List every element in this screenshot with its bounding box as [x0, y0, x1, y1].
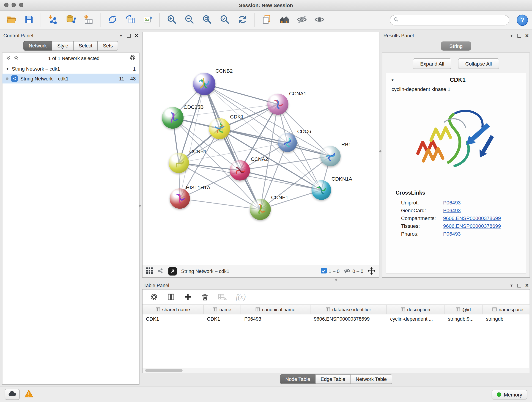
add-column-plus-icon[interactable] [184, 293, 192, 301]
import-network-file-button[interactable] [46, 13, 60, 27]
tab-string[interactable]: String [441, 41, 471, 51]
tab-node-table[interactable]: Node Table [280, 374, 316, 384]
tab-select[interactable]: Select [74, 41, 98, 51]
network-node-RB1[interactable] [320, 146, 341, 166]
float-panel-icon[interactable] [127, 34, 131, 37]
copy-button[interactable] [259, 13, 273, 27]
column-header-shared-name[interactable]: shared name [143, 305, 204, 314]
float-panel-icon[interactable] [517, 34, 521, 37]
refresh-view-button[interactable] [235, 13, 249, 27]
network-node-CDC25B[interactable] [162, 107, 184, 128]
help-button[interactable]: ? [517, 14, 528, 26]
network-node-CCNE1[interactable] [250, 199, 271, 220]
minimize-window-button[interactable] [12, 3, 16, 7]
protein-description: cyclin-dependent kinase 1 [386, 85, 526, 95]
network-node-CDC6[interactable] [278, 133, 297, 152]
table-horizontal-scrollbar[interactable] [143, 368, 530, 373]
show-all-button[interactable] [312, 13, 326, 27]
close-panel-icon[interactable]: × [135, 33, 138, 38]
network-node-CDK1[interactable] [209, 118, 230, 139]
crosslink-value-link[interactable]: P06493 [443, 231, 461, 236]
expand-all-icon[interactable] [13, 55, 19, 62]
network-button[interactable] [105, 13, 119, 27]
horizontal-splitter[interactable] [142, 278, 530, 282]
fit-content-crosshair-icon[interactable] [367, 267, 376, 276]
collapse-panel-icon[interactable]: ▼ [119, 34, 123, 38]
tab-network-table[interactable]: Network Table [351, 374, 392, 384]
network-selection-row: 1 of 1 Network selected [2, 53, 139, 64]
network-node-CCNB2[interactable] [193, 73, 215, 95]
column-header-namespace[interactable]: namespace [482, 305, 530, 314]
show-columns-icon[interactable] [167, 293, 175, 301]
save-session-button[interactable] [22, 13, 36, 27]
network-edges-layer[interactable] [143, 32, 380, 265]
search-icon [394, 17, 399, 23]
crosslink-value-link[interactable]: P06493 [443, 200, 461, 205]
column-header-name[interactable]: name [204, 305, 241, 314]
collapse-section-icon[interactable]: ▼ [391, 78, 394, 82]
home-button[interactable] [277, 13, 291, 27]
zoom-selected-button[interactable] [217, 13, 232, 27]
left-splitter-handle[interactable] [139, 205, 141, 207]
crosslink-value-link[interactable]: 9606.ENSP00000378699 [443, 223, 501, 229]
scrollbar-thumb[interactable] [145, 369, 183, 372]
grid-view-icon[interactable] [146, 267, 153, 275]
expand-all-button[interactable]: Expand All [413, 58, 451, 69]
import-table-button[interactable] [81, 13, 95, 27]
table-cell: cyclin-dependent ... [387, 314, 444, 323]
hide-selected-button[interactable] [294, 13, 309, 27]
close-window-button[interactable] [4, 3, 8, 7]
network-node-CDKN1A[interactable] [311, 180, 331, 200]
network-node-HIST1H1A[interactable] [170, 188, 190, 209]
cloud-button[interactable] [5, 389, 20, 400]
zoom-out-button[interactable] [182, 13, 196, 27]
memory-button[interactable]: Memory [492, 389, 527, 399]
collapse-all-button[interactable]: Collapse All [458, 58, 499, 69]
table-cell: CDK1 [143, 314, 204, 323]
tab-network[interactable]: Network [23, 41, 52, 51]
tree-expand-icon[interactable]: ▼ [6, 67, 9, 70]
import-network-database-button[interactable] [63, 13, 78, 27]
crosslinks-list: Uniprot:P06493GeneCard:P06493Compartment… [386, 198, 526, 237]
column-header-canonical-name[interactable]: canonical name [241, 305, 310, 314]
network-node-CCNB1[interactable] [169, 153, 189, 173]
open-session-button[interactable] [4, 13, 18, 27]
selected-checkbox-icon[interactable] [321, 268, 326, 274]
close-panel-icon[interactable]: × [525, 283, 529, 288]
collapse-panel-icon[interactable]: ▼ [510, 283, 513, 288]
crosslink-value-link[interactable]: P06493 [443, 207, 461, 213]
delete-column-trash-icon[interactable] [201, 293, 209, 301]
column-header-database-identifier[interactable]: database identifier [310, 305, 387, 314]
zoom-window-button[interactable] [19, 3, 23, 7]
share-view-icon[interactable] [157, 267, 164, 275]
export-image-button[interactable] [140, 13, 155, 27]
gear-icon[interactable] [129, 54, 136, 63]
tab-style[interactable]: Style [52, 41, 74, 51]
column-header-@id[interactable]: @id [444, 305, 482, 314]
float-panel-icon[interactable] [517, 283, 521, 287]
table-row[interactable]: CDK1CDK1P064939606.ENSP00000378699cyclin… [143, 314, 530, 323]
tab-sets[interactable]: Sets [98, 41, 118, 51]
network-collection-row[interactable]: ▼ String Network – cdk1 1 [2, 64, 139, 74]
tab-edge-table[interactable]: Edge Table [316, 374, 351, 384]
search-input[interactable] [401, 17, 506, 23]
column-header-description[interactable]: description [387, 305, 444, 314]
zoom-fit-button[interactable] [200, 13, 214, 27]
network-node-CCNA1[interactable] [267, 94, 288, 115]
search-field[interactable] [390, 15, 509, 25]
collapse-all-icon[interactable] [6, 55, 11, 62]
zoom-in-button[interactable] [165, 13, 179, 27]
network-from-table-button[interactable] [123, 13, 137, 27]
right-splitter-handle[interactable] [380, 150, 381, 153]
network-canvas[interactable]: CCNB2CCNA1CDC25BCDK1CDC6RB1CCNB1CCNA2CDK… [142, 32, 379, 265]
birds-eye-view-button[interactable] [168, 267, 177, 276]
collapse-panel-icon[interactable]: ▼ [510, 34, 513, 38]
hidden-eye-slash-icon[interactable] [344, 267, 351, 275]
table-settings-gear-icon[interactable] [150, 293, 158, 301]
warning-icon[interactable] [25, 390, 33, 399]
close-panel-icon[interactable]: × [525, 33, 529, 38]
network-item-row[interactable]: String Network – cdk1 11 48 [2, 74, 139, 83]
table-scroll-area[interactable]: shared namenamecanonical namedatabase id… [143, 304, 530, 368]
crosslink-value-link[interactable]: 9606.ENSP00000378699 [443, 215, 501, 221]
network-node-CCNA2[interactable] [230, 160, 250, 181]
